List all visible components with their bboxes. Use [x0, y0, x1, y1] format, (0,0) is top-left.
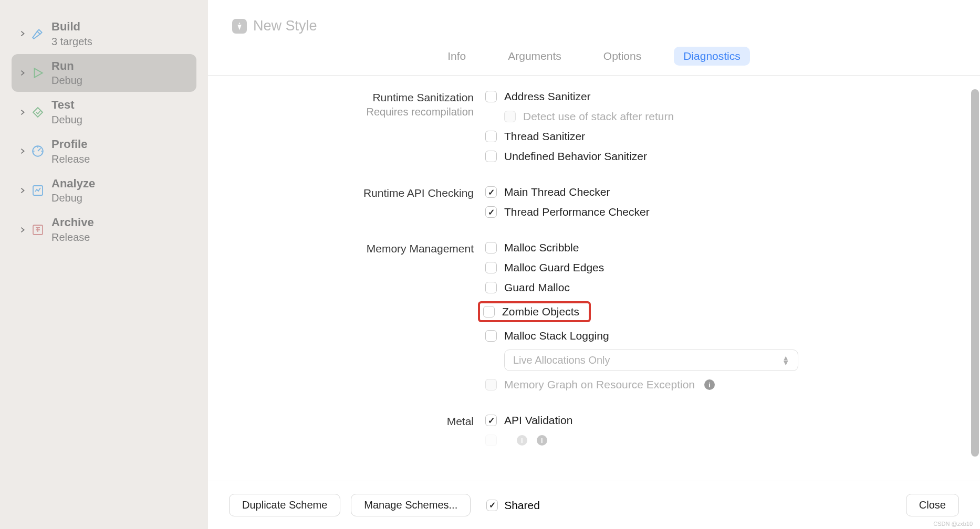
shared-label: Shared: [504, 499, 540, 512]
close-button[interactable]: Close: [906, 494, 959, 516]
option-thread-sanitizer[interactable]: Thread Sanitizer: [485, 130, 955, 143]
sidebar: Build 3 targets Run Debug Test Debug Pro…: [0, 0, 208, 529]
chevron-right-icon: [19, 69, 26, 77]
tab-options[interactable]: Options: [594, 47, 651, 66]
section-label: Metal: [233, 414, 485, 428]
sidebar-item-sublabel: 3 targets: [51, 35, 92, 49]
option-label: Main Thread Checker: [504, 186, 610, 198]
info-icon: i: [537, 435, 547, 446]
option-api-validation[interactable]: API Validation: [485, 414, 955, 427]
sidebar-item-sublabel: Release: [51, 230, 94, 245]
scrollbar[interactable]: [971, 89, 979, 457]
option-main-thread-checker[interactable]: Main Thread Checker: [485, 186, 955, 198]
archive-icon: [30, 223, 45, 237]
section-label: Memory Management: [233, 241, 485, 255]
checkbox[interactable]: [485, 415, 497, 426]
option-label: Thread Performance Checker: [504, 206, 650, 218]
option-label: Undefined Behavior Sanitizer: [504, 150, 647, 163]
tab-arguments[interactable]: Arguments: [498, 47, 571, 66]
info-icon[interactable]: i: [704, 379, 715, 390]
info-icon: i: [517, 435, 527, 446]
header: New Style: [208, 0, 980, 45]
option-thread-performance-checker[interactable]: Thread Performance Checker: [485, 206, 955, 218]
chevron-right-icon: [19, 30, 26, 37]
app-icon: [232, 19, 247, 34]
sidebar-item-sublabel: Release: [51, 152, 90, 166]
section-memory-management: Memory Management Malloc Scribble Malloc…: [233, 241, 955, 398]
option-label: Address Sanitizer: [504, 90, 591, 103]
checkbox: [485, 379, 497, 390]
checkbox[interactable]: [485, 242, 497, 253]
option-truncated: i i: [485, 434, 955, 447]
checkbox[interactable]: [485, 91, 497, 102]
play-icon: [30, 66, 45, 80]
option-malloc-stack-logging[interactable]: Malloc Stack Logging: [485, 330, 955, 342]
tab-info[interactable]: Info: [438, 47, 475, 66]
option-label: Zombie Objects: [502, 305, 579, 318]
chevron-right-icon: [19, 226, 26, 234]
diamond-icon: [30, 105, 45, 120]
section-label: Runtime API Checking: [233, 186, 485, 199]
option-label: Detect use of stack after return: [523, 110, 674, 123]
option-memory-graph-exception: Memory Graph on Resource Exception i: [485, 378, 955, 391]
section-label: Runtime Sanitization Requires recompilat…: [233, 90, 485, 118]
checkbox: [485, 435, 497, 446]
tabs: Info Arguments Options Diagnostics: [208, 45, 980, 76]
sidebar-item-label: Archive: [51, 215, 94, 230]
main-panel: New Style Info Arguments Options Diagnos…: [208, 0, 980, 529]
section-runtime-sanitization: Runtime Sanitization Requires recompilat…: [233, 90, 955, 170]
sidebar-item-build[interactable]: Build 3 targets: [12, 15, 196, 53]
checkbox[interactable]: [485, 131, 497, 142]
sidebar-item-label: Analyze: [51, 176, 95, 192]
option-label: Memory Graph on Resource Exception: [504, 378, 695, 391]
checkbox[interactable]: [485, 282, 497, 293]
chevron-right-icon: [19, 187, 26, 194]
sidebar-item-sublabel: Debug: [51, 73, 82, 88]
select-live-allocations[interactable]: Live Allocations Only ▲▼: [485, 350, 955, 371]
sidebar-item-label: Test: [51, 97, 82, 113]
sidebar-item-sublabel: Debug: [51, 191, 95, 205]
option-address-sanitizer[interactable]: Address Sanitizer: [485, 90, 955, 103]
option-label: Guard Malloc: [504, 281, 570, 294]
checkbox[interactable]: [485, 330, 497, 342]
option-guard-malloc[interactable]: Guard Malloc: [485, 281, 955, 294]
shared-checkbox[interactable]: Shared: [486, 499, 540, 512]
option-label: Malloc Guard Edges: [504, 261, 604, 274]
sidebar-item-run[interactable]: Run Debug: [12, 54, 196, 92]
option-undefined-behavior-sanitizer[interactable]: Undefined Behavior Sanitizer: [485, 150, 955, 163]
checkbox[interactable]: [485, 151, 497, 162]
option-malloc-scribble[interactable]: Malloc Scribble: [485, 241, 955, 254]
analyze-icon: [30, 183, 45, 198]
tab-diagnostics[interactable]: Diagnostics: [674, 47, 750, 66]
option-label: Malloc Scribble: [504, 241, 579, 254]
select-value: Live Allocations Only: [513, 354, 610, 366]
option-label: Malloc Stack Logging: [504, 330, 609, 342]
content-area: Runtime Sanitization Requires recompilat…: [208, 76, 980, 481]
option-label: [504, 434, 507, 447]
sidebar-item-profile[interactable]: Profile Release: [12, 132, 196, 171]
option-detect-stack-return: Detect use of stack after return: [485, 110, 955, 123]
gauge-icon: [30, 144, 45, 158]
hammer-icon: [30, 26, 45, 41]
checkbox[interactable]: [483, 306, 495, 318]
chevron-right-icon: [19, 147, 26, 155]
sidebar-item-sublabel: Debug: [51, 113, 82, 127]
sidebar-item-test[interactable]: Test Debug: [12, 93, 196, 131]
sidebar-item-analyze[interactable]: Analyze Debug: [12, 172, 196, 210]
duplicate-scheme-button[interactable]: Duplicate Scheme: [229, 494, 340, 516]
checkbox: [504, 111, 516, 122]
checkbox[interactable]: [486, 500, 498, 511]
scheme-title: New Style: [253, 18, 317, 34]
section-runtime-api-checking: Runtime API Checking Main Thread Checker…: [233, 186, 955, 226]
manage-schemes-button[interactable]: Manage Schemes...: [351, 494, 471, 516]
checkbox[interactable]: [485, 206, 497, 218]
option-label: API Validation: [504, 414, 572, 427]
sidebar-item-archive[interactable]: Archive Release: [12, 210, 196, 249]
section-metal: Metal API Validation i i: [233, 414, 955, 454]
option-malloc-guard-edges[interactable]: Malloc Guard Edges: [485, 261, 955, 274]
checkbox[interactable]: [485, 262, 497, 273]
watermark: CSDN @zxb10: [933, 521, 973, 527]
sidebar-item-label: Build: [51, 19, 92, 35]
option-zombie-objects[interactable]: Zombie Objects: [482, 301, 955, 322]
checkbox[interactable]: [485, 186, 497, 198]
